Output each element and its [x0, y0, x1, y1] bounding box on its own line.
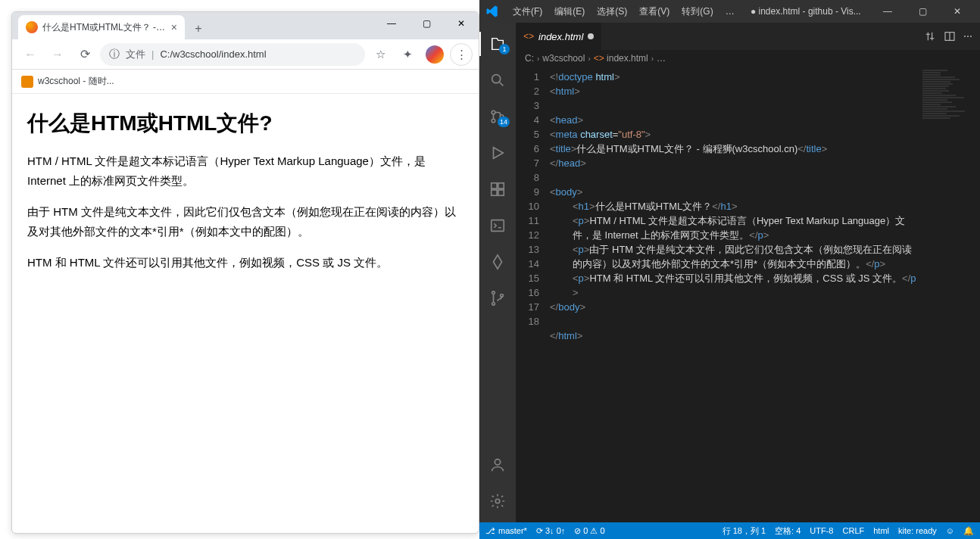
svg-point-0: [492, 75, 501, 83]
window-title: ● index.html - github - Vis...: [742, 6, 869, 17]
explorer-badge: 1: [499, 44, 510, 55]
menu-item[interactable]: 编辑(E): [548, 4, 591, 19]
browser-titlebar: 什么是HTM或HTML文件？ - 编 × + — ▢ ✕: [12, 12, 479, 39]
svg-rect-5: [498, 183, 504, 188]
modified-indicator-icon: [588, 33, 594, 39]
tab-filename: index.html: [538, 31, 583, 42]
back-button[interactable]: ←: [18, 42, 42, 67]
paragraph: HTM 和 HTML 文件还可以引用其他文件，例如视频，CSS 或 JS 文件。: [27, 253, 463, 273]
svg-rect-6: [492, 190, 497, 195]
kite-icon[interactable]: [479, 247, 516, 277]
breadcrumb-segment[interactable]: …: [657, 53, 666, 64]
address-bar[interactable]: ⓘ 文件 | C:/w3cschool/index.html: [100, 43, 365, 66]
settings-gear-icon[interactable]: [479, 486, 516, 516]
svg-point-11: [501, 294, 504, 298]
maximize-button[interactable]: ▢: [409, 12, 444, 35]
svg-point-1: [492, 111, 495, 114]
vscode-titlebar: 文件(F)编辑(E)选择(S)查看(V)转到(G)… ● index.html …: [479, 0, 980, 23]
feedback-icon[interactable]: ☺: [946, 526, 954, 535]
minimize-button[interactable]: —: [871, 0, 904, 23]
svg-point-10: [492, 303, 495, 306]
minimize-button[interactable]: —: [374, 12, 409, 35]
activity-bar: 1 14: [479, 23, 516, 522]
svg-point-13: [495, 499, 500, 503]
minimap[interactable]: [919, 67, 980, 522]
chevron-right-icon: ›: [537, 55, 539, 63]
url-text: C:/w3cschool/index.html: [160, 48, 266, 60]
editor-area: <> index.html ⋯ C:›w3cschool›<> index.ht…: [516, 23, 980, 522]
paragraph: HTM / HTML 文件是超文本标记语言（Hyper Text Markup …: [27, 151, 463, 190]
compare-changes-icon[interactable]: [924, 30, 936, 42]
url-scheme-label: 文件: [126, 48, 145, 61]
scm-badge: 14: [498, 117, 510, 127]
vscode-window: 文件(F)编辑(E)选择(S)查看(V)转到(G)… ● index.html …: [479, 0, 980, 539]
browser-tab[interactable]: 什么是HTM或HTML文件？ - 编 ×: [18, 15, 185, 39]
editor-tabs: <> index.html ⋯: [516, 23, 980, 50]
browser-toolbar: ← → ⟳ ⓘ 文件 | C:/w3cschool/index.html ☆ ✦…: [12, 39, 479, 70]
bookmarks-bar: w3cschool - 随时...: [12, 70, 479, 94]
split-editor-icon[interactable]: [944, 30, 956, 42]
bookmark-star-icon[interactable]: ☆: [368, 42, 392, 67]
status-bar: ⎇ master* ⟳ 3↓ 0↑ ⊘ 0 ⚠ 0 行 18，列 1 空格: 4…: [479, 522, 980, 539]
reload-button[interactable]: ⟳: [73, 42, 97, 67]
menu-item[interactable]: 选择(S): [591, 4, 633, 19]
new-tab-button[interactable]: +: [188, 18, 209, 39]
menu-item[interactable]: 文件(F): [507, 4, 548, 19]
notifications-icon[interactable]: 🔔: [963, 526, 974, 536]
chevron-right-icon: ›: [651, 55, 654, 63]
vscode-logo-icon: [485, 5, 499, 18]
git-branch-status[interactable]: ⎇ master*: [485, 526, 527, 536]
run-debug-icon[interactable]: [479, 138, 516, 168]
code-editor[interactable]: <!doctype html><html> <head><meta charse…: [550, 67, 919, 522]
close-button[interactable]: ✕: [941, 0, 974, 23]
extensions-icon[interactable]: ✦: [395, 42, 420, 67]
more-actions-icon[interactable]: ⋯: [963, 31, 972, 42]
breadcrumb-segment[interactable]: <> index.html: [594, 53, 648, 64]
breadcrumbs[interactable]: C:›w3cschool›<> index.html›…: [516, 50, 980, 67]
menu-item[interactable]: 转到(G): [676, 4, 719, 19]
forward-button[interactable]: →: [45, 42, 70, 67]
close-icon[interactable]: ×: [171, 21, 177, 33]
url-separator: |: [151, 48, 154, 60]
svg-point-12: [495, 460, 500, 465]
svg-rect-4: [492, 183, 497, 188]
chevron-right-icon: ›: [588, 55, 590, 63]
page-content: 什么是HTM或HTML文件? HTM / HTML 文件是超文本标记语言（Hyp…: [12, 94, 479, 533]
kebab-menu-icon[interactable]: ⋮: [450, 43, 473, 66]
chrome-window: 什么是HTM或HTML文件？ - 编 × + — ▢ ✕ ← → ⟳ ⓘ 文件 …: [11, 11, 479, 534]
breadcrumb-segment[interactable]: C:: [525, 53, 534, 64]
svg-rect-8: [492, 220, 504, 232]
profile-avatar[interactable]: [423, 42, 447, 67]
menu-item[interactable]: 查看(V): [633, 4, 676, 19]
breadcrumb-segment[interactable]: w3cschool: [542, 53, 585, 64]
source-control-icon[interactable]: 14: [479, 101, 516, 132]
language-mode[interactable]: html: [873, 526, 889, 535]
maximize-button[interactable]: ▢: [906, 0, 939, 23]
search-icon[interactable]: [479, 65, 516, 95]
window-controls: — ▢ ✕: [374, 12, 479, 39]
cursor-position[interactable]: 行 18，列 1: [723, 525, 766, 537]
accounts-icon[interactable]: [479, 450, 516, 480]
line-gutter: 123456789101112131415161718: [516, 67, 550, 522]
editor-tab[interactable]: <> index.html: [516, 23, 602, 50]
tab-favicon: [26, 21, 38, 33]
bookmark-item[interactable]: w3cschool - 随时...: [38, 75, 114, 88]
menu-item[interactable]: …: [719, 4, 741, 19]
eol-status[interactable]: CRLF: [843, 526, 865, 535]
page-heading: 什么是HTM或HTML文件?: [27, 109, 463, 138]
extensions-icon[interactable]: [479, 174, 516, 204]
problems-status[interactable]: ⊘ 0 ⚠ 0: [574, 526, 604, 536]
indent-status[interactable]: 空格: 4: [775, 525, 801, 537]
svg-point-2: [492, 119, 495, 123]
svg-rect-7: [498, 190, 504, 195]
sync-status[interactable]: ⟳ 3↓ 0↑: [536, 526, 565, 536]
encoding-status[interactable]: UTF-8: [810, 526, 833, 535]
git-branch-icon[interactable]: [479, 283, 516, 313]
bookmark-favicon: [21, 76, 33, 88]
tab-title: 什么是HTM或HTML文件？ - 编: [42, 21, 167, 34]
explorer-icon[interactable]: 1: [479, 29, 516, 59]
kite-status[interactable]: kite: ready: [898, 526, 937, 535]
info-icon: ⓘ: [109, 48, 120, 61]
close-button[interactable]: ✕: [444, 12, 479, 35]
terminal-icon[interactable]: [479, 210, 516, 241]
